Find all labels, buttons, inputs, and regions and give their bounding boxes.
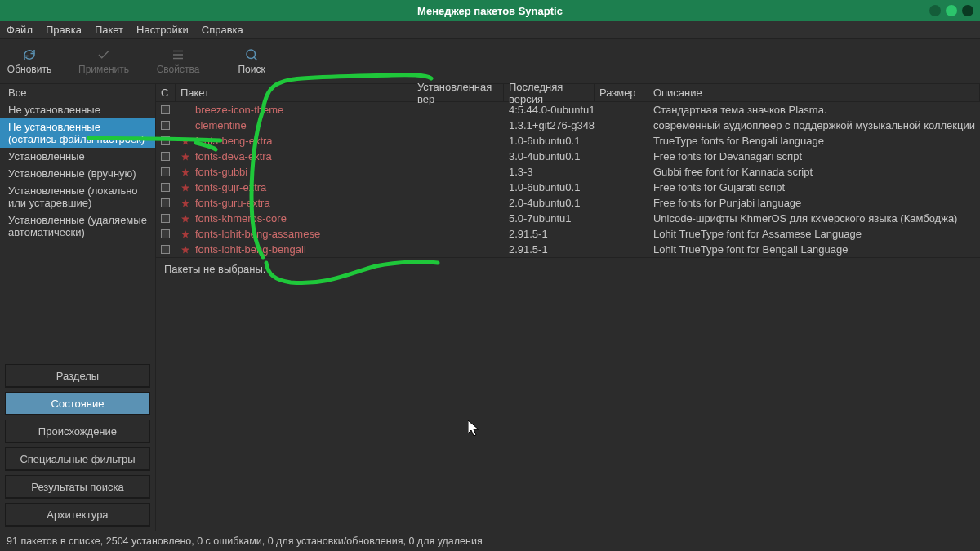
row-package-name: fonts-deva-extra xyxy=(195,150,272,162)
row-package-name: fonts-gubbi xyxy=(195,166,247,178)
properties-button: Свойства xyxy=(154,47,203,75)
supported-icon xyxy=(180,229,190,239)
filter-all[interactable]: Все xyxy=(0,84,155,101)
sidebar: Все Не установленные Не установленные (о… xyxy=(0,84,156,531)
window-maximize-icon[interactable] xyxy=(946,5,957,16)
row-package-name: fonts-lohit-beng-assamese xyxy=(195,228,320,240)
status-text: 91 пакетов в списке, 2504 установлено, 0… xyxy=(7,535,483,547)
row-package-name: fonts-lohit-beng-bengali xyxy=(195,243,306,256)
col-package[interactable]: Пакет xyxy=(176,84,412,101)
row-checkbox[interactable] xyxy=(156,152,176,161)
supported-icon xyxy=(180,121,190,131)
svg-marker-7 xyxy=(181,168,189,176)
supported-icon xyxy=(180,183,190,193)
sections-button[interactable]: Разделы xyxy=(5,364,150,387)
supported-icon xyxy=(180,245,190,255)
search-button[interactable]: Поиск xyxy=(227,47,276,75)
menu-help[interactable]: Справка xyxy=(202,24,243,36)
table-row[interactable]: breeze-icon-theme4:5.44.0-0ubuntu1Станда… xyxy=(156,102,980,118)
statusbar: 91 пакетов в списке, 2504 установлено, 0… xyxy=(0,531,980,551)
apply-button: Применить xyxy=(78,47,129,75)
supported-icon xyxy=(180,198,190,208)
reload-button[interactable]: Обновить xyxy=(5,47,54,75)
reload-icon xyxy=(22,47,37,62)
row-package-name: fonts-beng-extra xyxy=(195,135,273,147)
row-desc: Lohit TrueType font for Assamese Languag… xyxy=(648,228,980,240)
svg-marker-5 xyxy=(181,137,189,145)
row-package: clementine xyxy=(176,119,412,131)
row-desc: Стандартная тема значков Plasma. xyxy=(648,104,980,116)
sidebar-category-buttons: Разделы Состояние Происхождение Специаль… xyxy=(0,359,155,531)
table-row[interactable]: fonts-lohit-beng-bengali2.91.5-1Lohit Tr… xyxy=(156,242,980,257)
search-results-button[interactable]: Результаты поиска xyxy=(5,475,150,498)
row-checkbox[interactable] xyxy=(156,167,176,176)
status-button[interactable]: Состояние xyxy=(5,392,150,415)
menu-edit[interactable]: Правка xyxy=(46,24,82,36)
col-status[interactable]: С xyxy=(156,84,176,101)
search-icon xyxy=(244,47,259,62)
row-checkbox[interactable] xyxy=(156,183,176,192)
menu-file[interactable]: Файл xyxy=(7,24,33,36)
row-desc: Unicode-шрифты KhmerOS для кхмерского яз… xyxy=(648,212,980,224)
filter-installed[interactable]: Установленные xyxy=(0,148,155,165)
table-row[interactable]: fonts-lohit-beng-assamese2.91.5-1Lohit T… xyxy=(156,226,980,242)
row-package: fonts-khmeros-core xyxy=(176,212,412,224)
row-package: breeze-icon-theme xyxy=(176,104,412,116)
row-desc: Lohit TrueType font for Bengali Language xyxy=(648,243,980,256)
package-panel: С Пакет Установленная вер Последняя верс… xyxy=(156,84,980,531)
col-desc[interactable]: Описание xyxy=(648,84,980,101)
row-checkbox[interactable] xyxy=(156,121,176,130)
svg-marker-10 xyxy=(181,215,189,223)
apply-label: Применить xyxy=(78,64,129,75)
svg-marker-6 xyxy=(181,153,189,161)
row-package-name: fonts-gujr-extra xyxy=(195,181,266,193)
table-row[interactable]: fonts-beng-extra1.0-6ubuntu0.1TrueType f… xyxy=(156,133,980,149)
filter-autoremove[interactable]: Установленные (удаляемые автоматически) xyxy=(0,211,155,241)
custom-filters-button[interactable]: Специальные фильтры xyxy=(5,447,150,470)
row-latest-ver: 4:5.44.0-0ubuntu1 xyxy=(504,104,595,116)
row-checkbox[interactable] xyxy=(156,136,176,145)
row-latest-ver: 2.91.5-1 xyxy=(504,243,595,256)
supported-icon xyxy=(180,214,190,224)
architecture-button[interactable]: Архитектура xyxy=(5,503,150,526)
table-row[interactable]: fonts-khmeros-core5.0-7ubuntu1Unicode-шр… xyxy=(156,211,980,226)
table-row[interactable]: clementine1.3.1+git276-g3485lсовременный… xyxy=(156,118,980,133)
row-desc: Free fonts for Gujarati script xyxy=(648,181,980,193)
menu-settings[interactable]: Настройки xyxy=(136,24,189,36)
window-minimize-icon[interactable] xyxy=(929,5,941,16)
row-desc: TrueType fonts for Bengali language xyxy=(648,135,980,147)
row-checkbox[interactable] xyxy=(156,105,176,114)
supported-icon xyxy=(180,167,190,177)
row-latest-ver: 1.3-3 xyxy=(504,166,595,178)
row-checkbox[interactable] xyxy=(156,198,176,207)
col-latest[interactable]: Последняя версия xyxy=(504,84,595,101)
row-checkbox[interactable] xyxy=(156,229,176,238)
row-package-name: fonts-khmeros-core xyxy=(195,212,287,224)
filter-residual[interactable]: Не установленные (остались файлы настрое… xyxy=(0,118,155,148)
row-package: fonts-deva-extra xyxy=(176,150,412,162)
row-package: fonts-gubbi xyxy=(176,166,412,178)
window-close-icon[interactable] xyxy=(962,5,973,16)
titlebar: Менеджер пакетов Synaptic xyxy=(0,0,980,21)
col-size[interactable]: Размер xyxy=(595,84,648,101)
svg-point-3 xyxy=(247,50,256,59)
window-title: Менеджер пакетов Synaptic xyxy=(417,5,563,17)
package-table-body: breeze-icon-theme4:5.44.0-0ubuntu1Станда… xyxy=(156,102,980,257)
main-area: Все Не установленные Не установленные (о… xyxy=(0,84,980,531)
table-row[interactable]: fonts-guru-extra2.0-4ubuntu0.1Free fonts… xyxy=(156,195,980,211)
row-package: fonts-guru-extra xyxy=(176,197,412,209)
origin-button[interactable]: Происхождение xyxy=(5,420,150,442)
filter-manual[interactable]: Установленные (вручную) xyxy=(0,165,155,182)
row-checkbox[interactable] xyxy=(156,245,176,254)
filter-notinstalled[interactable]: Не установленные xyxy=(0,101,155,118)
svg-marker-9 xyxy=(181,199,189,207)
table-row[interactable]: fonts-deva-extra3.0-4ubuntu0.1Free fonts… xyxy=(156,149,980,164)
row-checkbox[interactable] xyxy=(156,214,176,223)
filter-local[interactable]: Установленные (локально или устаревшие) xyxy=(0,182,155,211)
table-row[interactable]: fonts-gubbi1.3-3Gubbi free font for Kann… xyxy=(156,164,980,180)
reload-label: Обновить xyxy=(7,64,51,75)
col-installed[interactable]: Установленная вер xyxy=(412,84,504,101)
menu-package[interactable]: Пакет xyxy=(95,24,123,36)
row-latest-ver: 2.91.5-1 xyxy=(504,228,595,240)
table-row[interactable]: fonts-gujr-extra1.0-6ubuntu0.1Free fonts… xyxy=(156,180,980,195)
